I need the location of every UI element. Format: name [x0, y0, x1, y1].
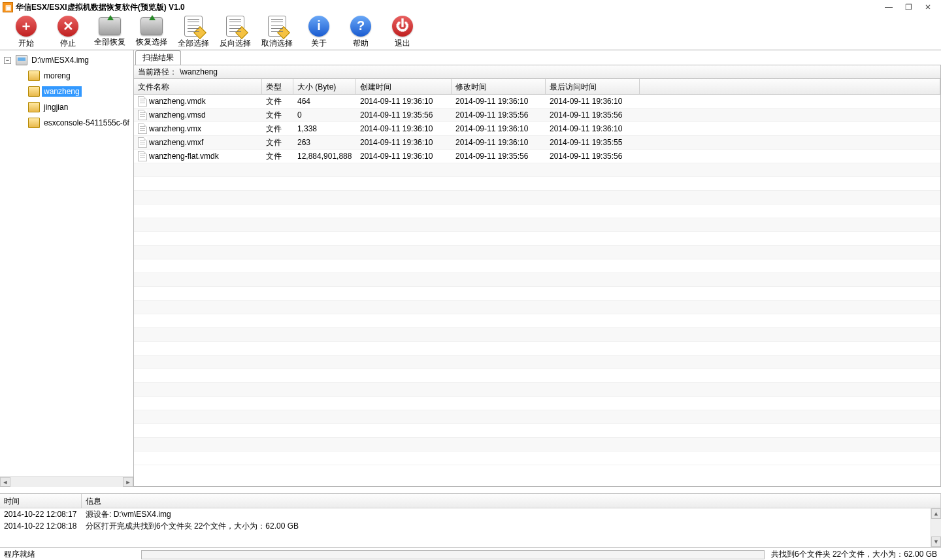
titlebar: ▣ 华信ESX/ESXI虚拟机数据恢复软件(预览版) V1.0 — ❐ ✕ [0, 0, 941, 14]
drive-icon [16, 55, 27, 65]
exit-button[interactable]: ⏻ 退出 [382, 16, 423, 49]
tree-content[interactable]: − D:\vm\ESX4.img morengwanzhengjingjiane… [0, 50, 133, 476]
close-button[interactable]: ✕ [923, 3, 933, 12]
tree-root[interactable]: − D:\vm\ESX4.img [4, 52, 133, 68]
list-invert-icon [226, 16, 244, 37]
scroll-left-icon[interactable]: ◄ [0, 477, 10, 487]
log-body[interactable]: 2014-10-22 12:08:17源设备: D:\vm\ESX4.img20… [0, 508, 941, 547]
file-mtime: 2014-09-11 19:36:10 [452, 97, 546, 106]
col-ctime[interactable]: 创建时间 [356, 79, 452, 94]
table-row-empty [134, 355, 940, 369]
file-name: wanzheng.vmx [149, 124, 201, 133]
log-row[interactable]: 2014-10-22 12:08:17源设备: D:\vm\ESX4.img [0, 508, 941, 520]
collapse-icon[interactable]: − [4, 57, 11, 64]
file-icon [138, 151, 147, 161]
table-row[interactable]: wanzheng.vmx文件1,3382014-09-11 19:36:1020… [134, 122, 940, 136]
select-all-button[interactable]: 全部选择 [173, 16, 214, 49]
table-row-empty [134, 163, 940, 177]
recover-selected-button[interactable]: 恢复选择 [131, 17, 173, 48]
file-mtime: 2014-09-11 19:36:10 [452, 124, 546, 133]
log-msg: 源设备: D:\vm\ESX4.img [82, 509, 941, 520]
log-time: 2014-10-22 12:08:17 [0, 510, 82, 519]
col-name[interactable]: 文件名称 [134, 79, 262, 94]
about-button[interactable]: i 关于 [298, 16, 340, 49]
clear-selection-button[interactable]: 取消选择 [256, 16, 298, 49]
col-type[interactable]: 类型 [262, 79, 293, 94]
file-atime: 2014-09-11 19:35:55 [546, 138, 640, 147]
table-row-empty [134, 410, 940, 424]
table-row[interactable]: wanzheng.vmxf文件2632014-09-11 19:36:10201… [134, 136, 940, 150]
table-row-empty [134, 232, 940, 246]
help-button[interactable]: ? 帮助 [340, 16, 382, 49]
table-row-empty [134, 287, 940, 301]
file-type: 文件 [262, 96, 293, 107]
col-atime[interactable]: 最后访问时间 [546, 79, 640, 94]
file-icon [138, 96, 147, 107]
log-msg: 分区打开完成共找到6个文件夹 22个文件，大小为：62.00 GB [82, 521, 941, 532]
tree-item-label: esxconsole-5411555c-6f [42, 118, 131, 128]
power-icon: ⏻ [392, 16, 413, 37]
tab-scan-results[interactable]: 扫描结果 [135, 50, 181, 65]
box-arrow-icon [140, 17, 163, 35]
table-row-empty [134, 342, 940, 355]
log-panel: 时间 信息 2014-10-22 12:08:17源设备: D:\vm\ESX4… [0, 493, 941, 547]
folder-icon [28, 71, 40, 81]
scroll-up-icon[interactable]: ▲ [931, 508, 941, 519]
tree-item-label: jingjian [42, 102, 70, 112]
tree-item[interactable]: moreng [4, 68, 133, 84]
start-button[interactable]: ＋ 开始 [5, 16, 47, 49]
path-bar: 当前路径： \wanzheng [134, 65, 941, 79]
table-row-empty [134, 397, 940, 410]
file-atime: 2014-09-11 19:36:10 [546, 124, 640, 133]
file-size: 263 [293, 138, 356, 147]
file-ctime: 2014-09-11 19:36:10 [356, 138, 452, 147]
table-row[interactable]: wanzheng.vmdk文件4642014-09-11 19:36:10201… [134, 95, 940, 108]
file-name: wanzheng.vmxf [149, 138, 203, 147]
log-col-msg[interactable]: 信息 [82, 494, 941, 508]
tree-item[interactable]: esxconsole-5411555c-6f [4, 115, 133, 131]
invert-selection-button[interactable]: 反向选择 [214, 16, 256, 49]
scroll-right-icon[interactable]: ► [123, 477, 133, 487]
tree-scrollbar[interactable]: ◄ ► [0, 476, 133, 487]
tab-row: 扫描结果 [134, 50, 941, 65]
list-check-icon [184, 16, 203, 37]
path-value: \wanzheng [180, 67, 218, 76]
scroll-down-icon[interactable]: ▼ [931, 536, 941, 547]
col-size[interactable]: 大小 (Byte) [293, 79, 356, 94]
file-size: 0 [293, 110, 356, 120]
file-mtime: 2014-09-11 19:35:56 [452, 152, 546, 161]
minimize-button[interactable]: — [883, 3, 894, 12]
col-mtime[interactable]: 修改时间 [452, 79, 546, 94]
table-row[interactable]: wanzheng.vmsd文件02014-09-11 19:35:562014-… [134, 108, 940, 122]
table-row-empty [134, 383, 940, 397]
table-row-empty [134, 205, 940, 218]
recover-all-button[interactable]: 全部恢复 [89, 17, 131, 48]
status-left: 程序就绪 [4, 549, 135, 560]
folder-icon [28, 86, 40, 97]
file-pane: 文件名称 类型 大小 (Byte) 创建时间 修改时间 最后访问时间 wanzh… [134, 79, 941, 487]
table-row-empty [134, 424, 940, 438]
tree-item[interactable]: wanzheng [4, 84, 133, 99]
file-atime: 2014-09-11 19:36:10 [546, 97, 640, 106]
log-col-time[interactable]: 时间 [0, 494, 82, 508]
list-clear-icon [268, 16, 286, 37]
maximize-button[interactable]: ❐ [903, 3, 914, 12]
table-row-empty [134, 191, 940, 205]
file-icon [138, 137, 147, 148]
log-scrollbar[interactable]: ▲ ▼ [931, 508, 941, 547]
log-row[interactable]: 2014-10-22 12:08:18分区打开完成共找到6个文件夹 22个文件，… [0, 520, 941, 532]
file-rows[interactable]: wanzheng.vmdk文件4642014-09-11 19:36:10201… [134, 95, 940, 486]
status-right: 共找到6个文件夹 22个文件，大小为：62.00 GB [771, 549, 937, 560]
file-ctime: 2014-09-11 19:36:10 [356, 124, 452, 133]
stop-button[interactable]: ✕ 停止 [47, 16, 89, 49]
table-row-empty [134, 177, 940, 191]
tree-item[interactable]: jingjian [4, 99, 133, 115]
table-row[interactable]: wanzheng-flat.vmdk文件12,884,901,8882014-0… [134, 150, 940, 163]
path-label: 当前路径： [138, 67, 177, 78]
table-row-empty [134, 259, 940, 273]
info-icon: i [308, 16, 329, 37]
file-mtime: 2014-09-11 19:35:56 [452, 110, 546, 120]
file-type: 文件 [262, 151, 293, 162]
table-row-empty [134, 273, 940, 287]
table-row-empty [134, 246, 940, 259]
